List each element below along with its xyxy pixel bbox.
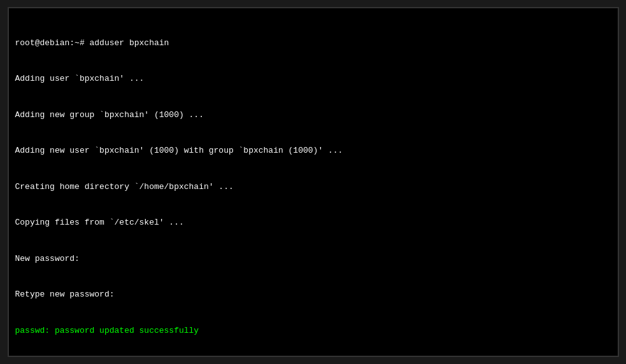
terminal-line: passwd: password updated successfully [15,325,611,337]
terminal-line: root@debian:~# adduser bpxchain [15,38,611,50]
terminal-line: Adding new group `bpxchain' (1000) ... [15,109,611,122]
terminal-line: Retype new password: [15,289,611,301]
terminal-line: Copying files from `/etc/skel' ... [15,217,611,229]
terminal-line: Adding new user `bpxchain' (1000) with g… [15,145,611,157]
terminal-content: root@debian:~# adduser bpxchain Adding u… [15,13,611,357]
terminal-line: Creating home directory `/home/bpxchain'… [15,181,611,193]
terminal-line: Adding user `bpxchain' ... [15,73,611,85]
terminal-line: New password: [15,253,611,265]
terminal-window[interactable]: root@debian:~# adduser bpxchain Adding u… [8,7,619,357]
